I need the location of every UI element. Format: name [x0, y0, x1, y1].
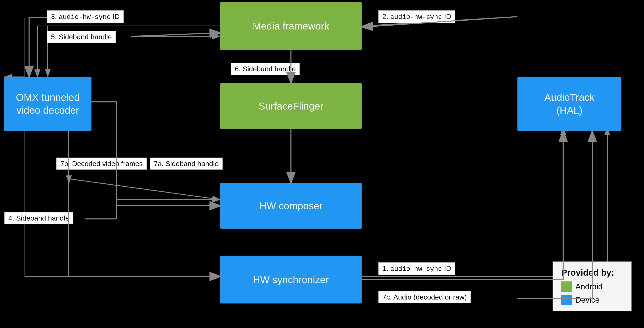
- android-label: Android: [576, 282, 603, 291]
- audiotrack-label: AudioTrack(HAL): [544, 91, 594, 117]
- media-framework-box: Media framework: [220, 2, 362, 50]
- media-framework-label: Media framework: [253, 20, 329, 32]
- label-4-sideband: 4. Sideband handle: [4, 212, 73, 224]
- hw-composer-label: HW composer: [259, 200, 322, 212]
- android-swatch: [561, 282, 572, 292]
- audiotrack-box: AudioTrack(HAL): [518, 77, 621, 131]
- omx-label: OMX tunneledvideo decoder: [16, 91, 80, 117]
- svg-line-13: [131, 33, 220, 36]
- hw-synchronizer-box: HW synchronizer: [220, 256, 362, 304]
- surface-flinger-box: SurfaceFlinger: [220, 83, 362, 129]
- hw-composer-box: HW composer: [220, 183, 362, 229]
- legend-title: Provided by:: [561, 268, 623, 278]
- device-swatch: [561, 295, 572, 305]
- hw-synchronizer-label: HW synchronizer: [253, 274, 329, 286]
- label-7a-sideband: 7a. Sideband handle: [150, 158, 223, 170]
- omx-box: OMX tunneledvideo decoder: [4, 77, 92, 131]
- label-3-audio-hw-sync: 3. audio-hw-sync ID: [47, 10, 124, 23]
- surface-flinger-label: SurfaceFlinger: [258, 100, 323, 112]
- label-7b-decoded: 7b. Decoded video frames: [56, 158, 147, 170]
- device-label: Device: [576, 296, 600, 304]
- label-6-sideband: 6. Sideband handle: [231, 63, 300, 75]
- legend: Provided by: Android Device: [552, 262, 632, 311]
- label-7c-audio: 7c. Audio (decoded or raw): [378, 291, 471, 303]
- legend-item-device: Device: [561, 295, 623, 305]
- label-2-audio-hw-sync: 2. audio-hw-sync ID: [378, 10, 455, 23]
- legend-item-android: Android: [561, 282, 623, 292]
- label-5-sideband: 5. Sideband handle: [47, 31, 116, 43]
- label-1-audio-hw-sync: 1. audio-hw-sync ID: [378, 262, 455, 275]
